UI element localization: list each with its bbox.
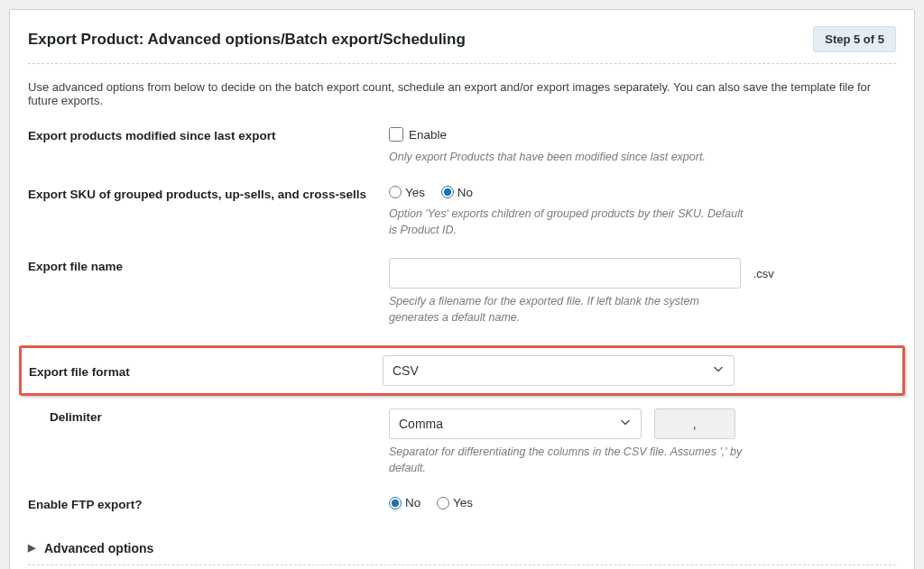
step-indicator: Step 5 of 5: [813, 26, 896, 52]
label-file-name: Export file name: [28, 258, 389, 273]
grouped-sku-no-wrap[interactable]: No: [441, 186, 473, 199]
ftp-no-radio[interactable]: [389, 497, 402, 509]
grouped-sku-yes-radio[interactable]: [389, 186, 402, 198]
delimiter-select[interactable]: Comma: [389, 408, 642, 439]
ftp-yes-wrap[interactable]: Yes: [437, 496, 473, 509]
hint-delimiter: Separator for differentiating the column…: [389, 445, 750, 476]
label-export-modified: Export products modified since last expo…: [28, 127, 389, 142]
row-delimiter: Delimiter Comma , Separator for differen…: [28, 408, 896, 476]
advanced-options-toggle[interactable]: ▶ Advanced options: [28, 532, 896, 565]
page-title: Export Product: Advanced options/Batch e…: [28, 31, 466, 49]
enable-modified-checkbox[interactable]: [389, 127, 403, 142]
delimiter-char: ,: [654, 408, 735, 439]
label-ftp: Enable FTP export?: [28, 496, 389, 511]
ftp-radios: No Yes: [389, 496, 896, 512]
grouped-sku-no-radio[interactable]: [441, 186, 454, 198]
row-file-format: Export file format CSV: [29, 355, 895, 386]
panel-header: Export Product: Advanced options/Batch e…: [28, 26, 896, 64]
label-grouped-sku: Export SKU of grouped products, up-sells…: [28, 186, 389, 201]
hint-grouped-sku: Option 'Yes' exports children of grouped…: [389, 206, 750, 238]
label-delimiter: Delimiter: [28, 408, 389, 424]
hint-file-name: Specify a filename for the exported file…: [389, 294, 750, 326]
file-name-input[interactable]: [389, 258, 741, 289]
hint-modified: Only export Products that have been modi…: [389, 150, 750, 166]
grouped-sku-yes-wrap[interactable]: Yes: [389, 186, 425, 199]
triangle-right-icon: ▶: [28, 542, 35, 554]
ftp-no-label: No: [405, 496, 420, 509]
label-file-format: Export file format: [29, 363, 383, 379]
row-file-name: Export file name .csv Specify a filename…: [28, 258, 896, 326]
grouped-sku-yes-label: Yes: [405, 186, 425, 199]
grouped-sku-no-label: No: [457, 186, 473, 199]
file-ext: .csv: [753, 267, 774, 280]
row-grouped-sku: Export SKU of grouped products, up-sells…: [28, 186, 896, 239]
row-export-modified: Export products modified since last expo…: [28, 127, 896, 166]
grouped-sku-radios: Yes No: [389, 186, 896, 202]
row-ftp: Enable FTP export? No Yes: [28, 496, 896, 512]
highlight-file-format: Export file format CSV: [19, 345, 905, 396]
main-panel: Export Product: Advanced options/Batch e…: [9, 9, 915, 569]
intro-text: Use advanced options from below to decid…: [28, 80, 896, 107]
ftp-no-wrap[interactable]: No: [389, 496, 420, 509]
enable-modified-label: Enable: [409, 128, 447, 142]
advanced-options-label: Advanced options: [44, 541, 153, 555]
ftp-yes-label: Yes: [453, 496, 473, 509]
ftp-yes-radio[interactable]: [437, 497, 449, 509]
enable-modified-checkbox-wrap[interactable]: Enable: [389, 127, 447, 142]
file-format-select[interactable]: CSV: [383, 355, 735, 386]
